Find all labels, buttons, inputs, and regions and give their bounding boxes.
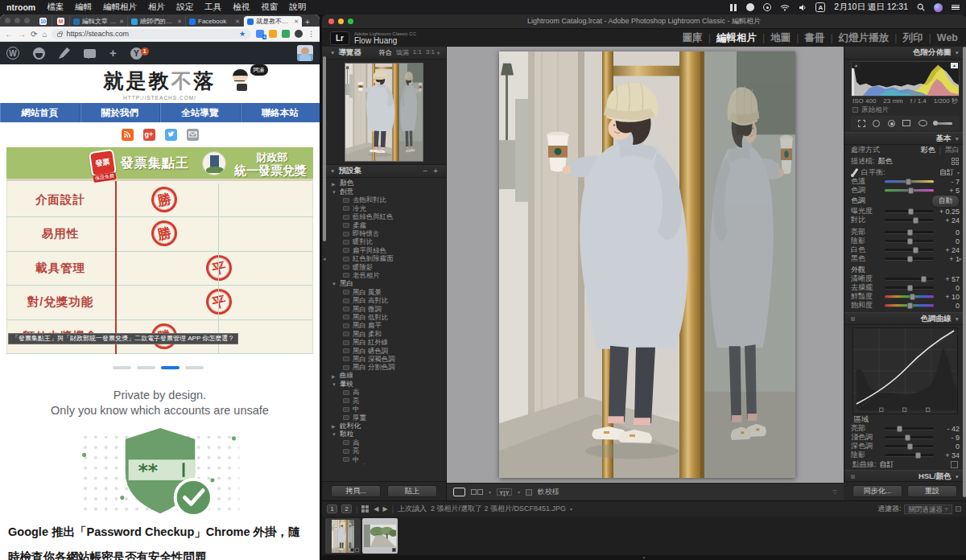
radial-filter-icon[interactable] [919, 120, 927, 126]
rss-icon[interactable] [122, 129, 134, 141]
point-curve-value[interactable]: 自訂 [880, 459, 894, 470]
preset-item[interactable]: 中 [322, 406, 446, 414]
group-caret-icon[interactable]: ▼ [332, 190, 336, 195]
nav-item-關於我們[interactable]: 關於我們 [80, 103, 161, 122]
preset-group-黑白[interactable]: ▼黑白 [322, 280, 446, 288]
tone-curve[interactable] [852, 327, 958, 414]
slider-track[interactable] [885, 231, 934, 233]
right-panel-toggle[interactable]: ▸ [959, 256, 962, 262]
preset-item[interactable]: 高 [322, 389, 446, 397]
tab-close-icon[interactable]: ✕ [119, 19, 124, 25]
curve-panel-switch[interactable] [851, 317, 855, 321]
module-圖庫[interactable]: 圖庫 [683, 31, 703, 45]
forward-button[interactable]: → [18, 30, 26, 39]
zoom-mode-符合[interactable]: 符合 [379, 48, 392, 57]
thumbnail-1[interactable] [325, 518, 361, 554]
siri-icon[interactable] [934, 3, 943, 12]
chrome-traffic-lights[interactable] [5, 14, 30, 27]
module-列印[interactable]: 列印 [903, 31, 923, 45]
group-caret-icon[interactable]: ▼ [332, 382, 336, 387]
preset-item[interactable]: 黑白 扁平 [322, 322, 446, 330]
before-after-dropdown-icon[interactable]: ▾ [489, 489, 491, 495]
volume-icon[interactable] [799, 2, 807, 12]
preset-item[interactable]: 黑白 紅外線 [322, 338, 446, 346]
preset-item[interactable]: 黑白 高對比 [322, 296, 446, 304]
sync-button[interactable]: 同步化... [852, 485, 902, 497]
wp-user-avatar[interactable] [297, 45, 313, 61]
profile-value[interactable]: 顏色 [878, 156, 893, 167]
point-curve-edit-icon[interactable] [951, 461, 958, 468]
slider-thumb[interactable] [907, 303, 913, 309]
slider-thumb[interactable] [907, 285, 913, 291]
new-post-icon[interactable]: + [109, 49, 117, 57]
slider-track[interactable] [885, 427, 934, 430]
yoast-seo-icon[interactable]: Y 1 [130, 47, 142, 60]
monitor1-button[interactable]: 1 [327, 504, 337, 513]
curve-header[interactable]: 色調曲線▼ [844, 312, 966, 325]
menu-工具[interactable]: 工具 [204, 2, 221, 13]
menu-檢視[interactable]: 檢視 [233, 2, 250, 13]
slider-track[interactable] [885, 436, 934, 439]
slider-track[interactable] [885, 454, 934, 456]
copy-button[interactable]: 拷貝... [331, 485, 381, 497]
previous-photo-icon[interactable]: ◀ [374, 505, 378, 513]
menu-編輯[interactable]: 編輯 [75, 2, 92, 13]
zoom-mode-1:1[interactable]: 1:1 [413, 48, 422, 57]
menu-相片[interactable]: 相片 [148, 2, 165, 13]
carousel-indicator[interactable] [113, 366, 204, 369]
menu-視窗[interactable]: 視窗 [261, 2, 278, 13]
histogram[interactable]: ▲ ▲ [851, 61, 960, 97]
tab-Facebook[interactable]: Facebook✕ [186, 16, 244, 27]
article-title[interactable]: Google 推出「Password Checkup」Chrome 外掛，隨時檢… [8, 520, 312, 560]
dashboard-icon[interactable] [33, 47, 45, 60]
paste-button[interactable]: 貼上 [387, 485, 437, 497]
tab-close-icon[interactable]: ✕ [177, 19, 182, 25]
preset-item[interactable]: 黑白 微調 [322, 305, 446, 313]
yy-dropdown-icon[interactable]: ▾ [518, 489, 520, 495]
wb-dropdown-icon[interactable]: ▾ [957, 170, 960, 175]
yy-compare-icon[interactable]: Y|Y [497, 488, 512, 496]
pinned-tab-gmail-icon[interactable]: M [52, 16, 70, 27]
basic-header[interactable]: 基本▼ [844, 132, 966, 145]
zoom-mode-3:1[interactable]: 3:1 [426, 48, 435, 57]
preset-item[interactable]: 暖對比 [322, 238, 446, 246]
slider-thumb[interactable] [921, 276, 927, 282]
treatment-bw[interactable]: 黑白 [945, 145, 960, 155]
slider-track[interactable] [885, 240, 934, 242]
chrome-menu-icon[interactable]: ⋮ [308, 30, 315, 38]
navigator-preview[interactable] [322, 60, 446, 165]
auto-button[interactable]: 自動 [931, 195, 960, 208]
preset-group-暈映[interactable]: ▼暈映 [322, 380, 446, 388]
left-panel-scrollbar[interactable] [323, 56, 326, 241]
histogram-header[interactable]: 色階分佈圖▼ [844, 47, 966, 60]
tab-close-icon[interactable]: ✕ [294, 19, 299, 25]
filmstrip-toggle[interactable]: ▼ [322, 555, 966, 560]
soft-proof-checkbox[interactable] [526, 489, 532, 496]
zoom-dropdown-icon[interactable]: ▾ [437, 50, 440, 56]
shadow-clipping-icon[interactable]: ▲ [852, 63, 860, 68]
nav-item-網站首頁[interactable]: 網站首頁 [0, 103, 80, 122]
slider-thumb[interactable] [913, 217, 919, 224]
loupe-view-icon[interactable] [453, 488, 465, 496]
filmstrip-source[interactable]: 上次讀入 [398, 504, 427, 514]
home-button[interactable]: ⌂ [42, 30, 47, 39]
nav-item-聯絡本站[interactable]: 聯絡本站 [241, 103, 320, 122]
hsl-panel-switch[interactable] [851, 475, 855, 479]
wb-eyedropper-icon[interactable] [851, 167, 858, 178]
slider-track[interactable] [885, 219, 934, 221]
slider-track[interactable] [885, 445, 934, 447]
list-icon[interactable] [952, 2, 960, 12]
redeye-tool-icon[interactable] [888, 120, 895, 127]
wb-value[interactable]: 自訂 [939, 167, 954, 178]
wordpress-logo-icon[interactable]: W [6, 47, 19, 60]
preset-item[interactable]: 去飽和對比 [322, 196, 446, 204]
tab-就是教不落 - 就[interactable]: 就是教不落 - 就✕ [244, 16, 302, 27]
crop-tool-icon[interactable] [858, 120, 865, 127]
camera-icon[interactable] [763, 3, 771, 11]
slider-track[interactable] [885, 295, 934, 298]
slider-track[interactable] [885, 278, 934, 280]
slider-thumb[interactable] [907, 238, 913, 245]
module-Web[interactable]: Web [937, 32, 958, 43]
mail-extension-icon[interactable]: 4 [256, 30, 264, 38]
filter-lock-icon[interactable] [956, 506, 961, 512]
